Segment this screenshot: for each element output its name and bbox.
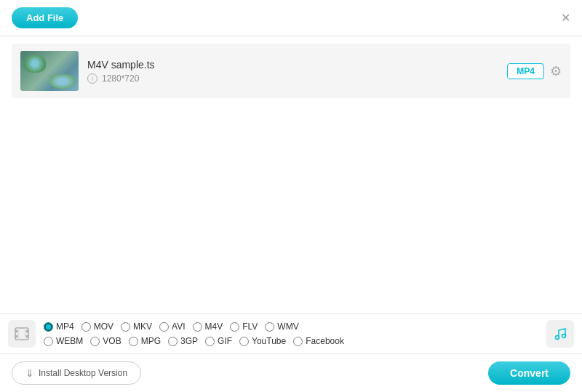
format-option-avi[interactable]: AVI — [159, 321, 185, 332]
format-option-webm[interactable]: WEBM — [44, 336, 83, 346]
file-name: M4V sample.ts — [87, 59, 498, 71]
radio-gif[interactable] — [205, 337, 215, 346]
format-option-m4v[interactable]: M4V — [193, 321, 223, 332]
format-option-mov[interactable]: MOV — [81, 321, 113, 332]
file-info: M4V sample.ts i 1280*720 — [87, 59, 498, 84]
top-bar: Add File ✕ — [0, 0, 582, 36]
format-badge-button[interactable]: MP4 — [507, 63, 544, 79]
svg-rect-5 — [26, 330, 28, 332]
file-resolution: 1280*720 — [102, 73, 139, 84]
format-right-icon — [538, 320, 582, 348]
svg-rect-2 — [25, 328, 26, 340]
settings-icon[interactable]: ⚙ — [550, 63, 562, 79]
install-label: Install Desktop Version — [39, 368, 127, 378]
film-icon — [14, 326, 30, 342]
close-button[interactable]: ✕ — [561, 12, 570, 24]
format-option-vob[interactable]: VOB — [90, 336, 121, 346]
format-option-mkv[interactable]: MKV — [121, 321, 152, 332]
svg-rect-1 — [17, 328, 19, 340]
format-option-gif[interactable]: GIF — [205, 336, 232, 346]
format-row-1: MP4 MOV MKV AVI M4V — [44, 321, 538, 332]
format-option-youtube[interactable]: YouTube — [239, 336, 286, 346]
radio-facebook[interactable] — [293, 337, 303, 346]
radio-mp4[interactable] — [44, 322, 53, 332]
format-option-flv[interactable]: FLV — [230, 321, 258, 332]
file-meta: i 1280*720 — [87, 73, 498, 84]
file-actions: MP4 ⚙ — [507, 63, 562, 79]
radio-youtube[interactable] — [239, 337, 249, 346]
radio-wmv[interactable] — [265, 322, 274, 332]
file-thumbnail — [20, 51, 79, 91]
music-icon-box[interactable] — [546, 320, 574, 348]
radio-m4v[interactable] — [193, 322, 202, 332]
format-option-mp4[interactable]: MP4 — [44, 321, 74, 332]
music-icon — [553, 327, 567, 341]
radio-vob[interactable] — [90, 337, 100, 346]
radio-mpg[interactable] — [129, 337, 138, 346]
format-row-2: WEBM VOB MPG 3GP GIF — [44, 336, 538, 346]
add-file-button[interactable]: Add File — [12, 7, 78, 28]
svg-rect-4 — [15, 335, 17, 337]
format-option-wmv[interactable]: WMV — [265, 321, 298, 332]
main-content: M4V sample.ts i 1280*720 MP4 ⚙ — [0, 36, 582, 183]
format-option-facebook[interactable]: Facebook — [293, 336, 344, 346]
radio-mov[interactable] — [81, 322, 91, 332]
format-option-3gp[interactable]: 3GP — [168, 336, 198, 346]
radio-flv[interactable] — [230, 322, 239, 332]
svg-rect-0 — [15, 328, 28, 340]
format-option-mpg[interactable]: MPG — [129, 336, 161, 346]
download-icon: ⇓ — [25, 367, 34, 379]
install-desktop-button[interactable]: ⇓ Install Desktop Version — [12, 361, 141, 385]
radio-mkv[interactable] — [121, 322, 130, 332]
convert-button[interactable]: Convert — [488, 361, 570, 385]
svg-point-7 — [556, 336, 559, 340]
film-icon-box[interactable] — [8, 320, 36, 348]
svg-rect-3 — [15, 330, 17, 332]
radio-avi[interactable] — [159, 322, 169, 332]
radio-webm[interactable] — [44, 337, 53, 346]
format-selector: MP4 MOV MKV AVI M4V — [0, 313, 582, 353]
svg-point-8 — [562, 335, 566, 338]
info-icon: i — [87, 73, 97, 84]
empty-area — [0, 183, 582, 314]
svg-rect-6 — [26, 335, 28, 337]
file-item: M4V sample.ts i 1280*720 MP4 ⚙ — [12, 44, 570, 98]
bottom-bar: ⇓ Install Desktop Version Convert — [0, 353, 582, 392]
radio-3gp[interactable] — [168, 337, 178, 346]
app-container: Add File ✕ M4V sample.ts i 1280*720 MP4 … — [0, 0, 582, 392]
format-left-icon — [0, 320, 44, 348]
format-options-container: MP4 MOV MKV AVI M4V — [44, 321, 538, 346]
